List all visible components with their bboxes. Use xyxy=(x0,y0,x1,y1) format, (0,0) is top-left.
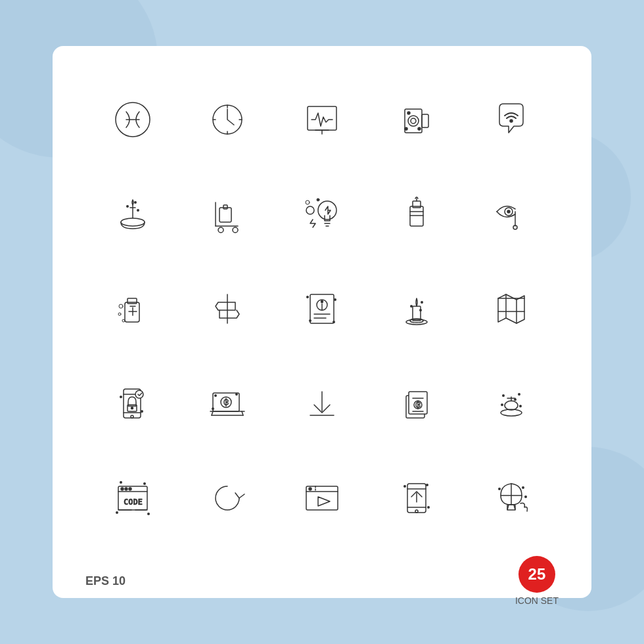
secure-phone-icon xyxy=(85,356,180,451)
svg-marker-126 xyxy=(318,497,330,506)
hot-air-balloon-icon xyxy=(464,451,559,545)
footer: EPS 10 25 ICON SET xyxy=(85,545,559,606)
svg-point-67 xyxy=(421,301,423,304)
svg-point-120 xyxy=(147,513,150,515)
svg-point-141 xyxy=(522,486,524,489)
svg-point-16 xyxy=(418,127,421,130)
svg-point-119 xyxy=(143,482,146,485)
svg-point-114 xyxy=(129,488,131,490)
svg-line-86 xyxy=(242,411,243,415)
badge-number: 25 xyxy=(518,556,555,593)
main-card: CODE xyxy=(53,46,591,598)
signpost-icon xyxy=(180,262,275,356)
svg-point-49 xyxy=(118,313,121,315)
svg-point-108 xyxy=(501,403,503,406)
svg-point-17 xyxy=(510,120,513,122)
svg-point-18 xyxy=(121,218,145,226)
svg-point-34 xyxy=(306,200,310,204)
code-browser-icon: CODE xyxy=(85,451,180,545)
svg-point-79 xyxy=(131,407,133,409)
wifi-chat-icon xyxy=(464,72,559,167)
svg-point-133 xyxy=(426,484,428,486)
luggage-cart-icon xyxy=(180,167,275,262)
svg-point-132 xyxy=(403,485,406,488)
svg-point-113 xyxy=(125,488,127,490)
svg-point-62 xyxy=(333,321,335,323)
svg-rect-11 xyxy=(422,114,428,127)
svg-point-12 xyxy=(408,116,419,126)
svg-rect-36 xyxy=(410,206,423,226)
svg-rect-7 xyxy=(308,106,336,130)
svg-rect-44 xyxy=(125,302,139,322)
svg-point-134 xyxy=(427,506,430,509)
icon-set-text: ICON SET xyxy=(515,595,559,606)
levitation-icon xyxy=(464,356,559,451)
svg-point-105 xyxy=(502,394,505,397)
svg-point-23 xyxy=(134,201,137,204)
eps-label: EPS 10 xyxy=(85,574,126,588)
clock-icon xyxy=(180,72,275,167)
svg-point-28 xyxy=(218,227,223,233)
svg-point-82 xyxy=(141,410,143,413)
icon-set-label: 25 ICON SET xyxy=(515,556,559,606)
birthday-cake-icon xyxy=(85,167,180,262)
svg-point-22 xyxy=(137,209,139,212)
svg-point-14 xyxy=(407,112,410,114)
svg-point-56 xyxy=(321,301,323,303)
svg-point-59 xyxy=(306,296,309,298)
mobile-upload-icon xyxy=(369,451,464,545)
svg-point-140 xyxy=(498,488,501,490)
svg-point-68 xyxy=(419,309,422,311)
svg-point-33 xyxy=(306,206,314,214)
svg-rect-45 xyxy=(127,298,137,304)
refresh-icon xyxy=(180,451,275,545)
money-documents-icon xyxy=(369,356,464,451)
download-icon xyxy=(275,356,369,451)
candle-icon xyxy=(369,262,464,356)
svg-point-118 xyxy=(120,481,122,484)
svg-point-81 xyxy=(120,396,122,398)
svg-point-48 xyxy=(119,304,123,308)
idea-charging-icon xyxy=(275,167,369,262)
svg-point-61 xyxy=(309,319,311,322)
medicine-bottle-icon xyxy=(85,262,180,356)
svg-point-80 xyxy=(135,390,143,398)
svg-point-109 xyxy=(519,405,522,407)
svg-point-107 xyxy=(514,398,517,401)
icon-grid: CODE xyxy=(85,72,559,545)
pisces-zodiac-icon xyxy=(85,72,180,167)
heart-monitor-icon xyxy=(275,72,369,167)
svg-point-77 xyxy=(131,415,133,418)
svg-point-130 xyxy=(415,510,418,513)
svg-point-29 xyxy=(233,227,238,233)
svg-text:CODE: CODE xyxy=(124,497,143,507)
svg-line-85 xyxy=(212,411,213,415)
svg-rect-27 xyxy=(223,205,227,209)
svg-point-142 xyxy=(524,495,527,498)
svg-point-65 xyxy=(406,319,427,325)
svg-point-124 xyxy=(309,488,311,490)
eye-pin-icon xyxy=(464,167,559,262)
svg-point-90 xyxy=(214,394,217,397)
svg-point-41 xyxy=(507,210,510,213)
action-camera-icon xyxy=(369,72,464,167)
cream-tube-icon xyxy=(369,167,464,262)
svg-point-106 xyxy=(518,393,520,396)
svg-point-35 xyxy=(317,198,319,201)
svg-point-21 xyxy=(126,205,129,208)
svg-point-15 xyxy=(405,127,407,130)
svg-point-66 xyxy=(410,305,413,308)
svg-rect-26 xyxy=(219,208,231,222)
svg-point-112 xyxy=(121,488,124,490)
map-icon xyxy=(464,262,559,356)
svg-point-92 xyxy=(212,407,214,410)
info-document-icon xyxy=(275,262,369,356)
svg-point-121 xyxy=(116,511,118,514)
svg-rect-102 xyxy=(505,401,518,410)
online-payment-icon xyxy=(180,356,275,451)
svg-point-60 xyxy=(334,298,336,301)
svg-point-30 xyxy=(318,201,336,219)
svg-point-91 xyxy=(235,393,238,396)
video-player-icon xyxy=(275,451,369,545)
svg-point-13 xyxy=(411,118,416,124)
